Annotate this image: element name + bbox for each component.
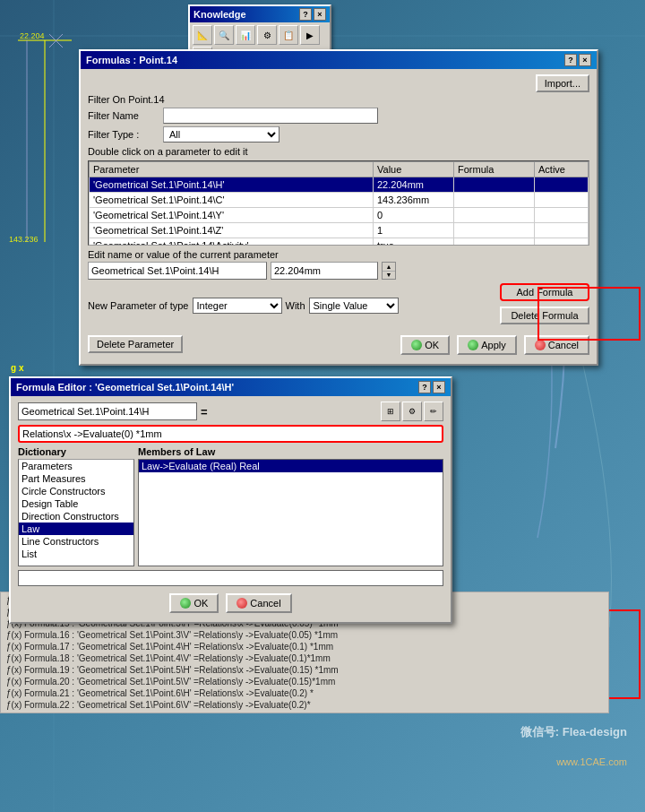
- fe-dict-item[interactable]: Line Constructors: [19, 535, 133, 548]
- formula-editor-dialog: Formula Editor : 'Geometrical Set.1\Poin…: [9, 376, 452, 624]
- new-param-type-select[interactable]: Integer Real String: [193, 298, 282, 314]
- formula-editor-title: Formula Editor : 'Geometrical Set.1\Poin…: [11, 378, 451, 396]
- cancel-label: Cancel: [548, 340, 579, 350]
- filter-type-row: Filter Type : All Real Integer: [88, 126, 589, 143]
- formulas-dialog-title: Formulas : Point.14 ? ×: [81, 51, 597, 69]
- fe-info-input[interactable]: [18, 570, 443, 586]
- formula-editor-title-text: Formula Editor : 'Geometrical Set.1\Poin…: [16, 382, 234, 393]
- table-row[interactable]: 'Geometrical Set.1\Point.14\C'143.236mm: [90, 193, 589, 208]
- fe-dict-item[interactable]: Parameters: [19, 460, 133, 472]
- ok-button[interactable]: OK: [400, 335, 450, 355]
- edit-param-row: ▲ ▼: [88, 262, 589, 280]
- fe-member-item[interactable]: Law->Evaluate (Real) Real: [139, 460, 443, 472]
- fe-equals-sign: =: [201, 405, 208, 419]
- formulas-close-btn[interactable]: ×: [579, 54, 591, 66]
- toolbar-btn-3[interactable]: 📊: [236, 25, 255, 45]
- list-item: ƒ(x) Formula.19 : 'Geometrical Set.1\Poi…: [4, 664, 605, 676]
- new-param-row: New Parameter of type Integer Real Strin…: [88, 298, 399, 314]
- list-item: ƒ(x) Formula.21 : 'Geometrical Set.1\Poi…: [4, 687, 605, 699]
- ok-label: OK: [425, 340, 439, 350]
- col-header-value: Value: [374, 162, 454, 177]
- fe-top-row: = ⊞ ⚙ ✏: [18, 402, 443, 421]
- list-item: ƒ(x) Formula.20 : 'Geometrical Set.1\Poi…: [4, 676, 605, 687]
- list-item: ƒ(x) Formula.16 : 'Geometrical Set.1\Poi…: [4, 629, 605, 641]
- toolbar-btn-2[interactable]: 🔍: [214, 25, 234, 45]
- formulas-dialog-body: Import... Filter On Point.14 Filter Name…: [81, 69, 597, 364]
- watermark-1: 微信号: Flea-design: [520, 724, 627, 740]
- fe-help-btn[interactable]: ?: [418, 381, 431, 393]
- fe-dict-label: Dictionary: [18, 446, 134, 457]
- formulas-dialog-title-text: Formulas : Point.14: [86, 55, 177, 65]
- toolbar-btn-1[interactable]: 📐: [193, 25, 212, 45]
- toolbar-title-text: Knowledge: [194, 9, 246, 20]
- dialog-bottom-buttons: OK Apply Cancel: [400, 330, 589, 358]
- watermark-2: www.1CAE.com: [556, 756, 627, 767]
- filter-name-input[interactable]: [163, 108, 378, 124]
- table-row[interactable]: 'Geometrical Set.1\Point.14\Activity'tru…: [90, 238, 589, 246]
- toolbar-title: Knowledge ? ×: [190, 6, 330, 22]
- fe-icon-buttons: ⊞ ⚙ ✏: [381, 402, 443, 421]
- fe-formula-input[interactable]: [18, 425, 443, 443]
- add-formula-button[interactable]: Add Formula: [500, 283, 589, 301]
- col-header-parameter: Parameter: [90, 162, 374, 177]
- filter-type-label: Filter Type :: [88, 129, 159, 140]
- toolbar-btn-6[interactable]: ▶: [300, 25, 320, 45]
- with-value-select[interactable]: Single Value Multiple Values: [309, 298, 399, 314]
- toolbar-close-btn[interactable]: ×: [314, 8, 326, 21]
- fe-close-btn[interactable]: ×: [433, 381, 445, 393]
- table-row[interactable]: 'Geometrical Set.1\Point.14\Y'0: [90, 208, 589, 223]
- fe-title-buttons: ? ×: [418, 381, 445, 393]
- fe-cancel-button[interactable]: Cancel: [226, 593, 291, 613]
- param-table-wrapper[interactable]: Parameter Value Formula Active 'Geometri…: [88, 160, 589, 246]
- fe-dict-item[interactable]: Design Table: [19, 497, 133, 510]
- fe-members-panel: Members of Law Law->Evaluate (Real) Real: [138, 446, 443, 566]
- col-header-formula: Formula: [454, 162, 535, 177]
- fe-dict-item[interactable]: Part Measures: [19, 472, 133, 485]
- import-button[interactable]: Import...: [536, 74, 589, 92]
- dialog-instruction: Double click on a parameter to edit it: [88, 146, 589, 157]
- ok-icon: [411, 340, 422, 350]
- toolbar-btn-4[interactable]: ⚙: [257, 25, 277, 45]
- spin-buttons[interactable]: ▲ ▼: [382, 262, 396, 280]
- formulas-dialog: Formulas : Point.14 ? × Import... Filter…: [79, 49, 598, 366]
- fe-dictionary-panel: Dictionary ParametersPart MeasuresCircle…: [18, 446, 134, 566]
- fe-dict-item[interactable]: Law: [19, 523, 133, 535]
- filter-on-label: Filter On Point.14: [88, 94, 165, 105]
- delete-formula-button[interactable]: Delete Formula: [500, 307, 589, 324]
- edit-param-value-input[interactable]: [271, 262, 378, 280]
- fe-dict-item[interactable]: List: [19, 548, 133, 560]
- fe-cancel-label: Cancel: [250, 598, 280, 609]
- list-item: ƒ(x) Formula.18 : 'Geometrical Set.1\Poi…: [4, 652, 605, 664]
- fe-dict-item[interactable]: Direction Constructors: [19, 510, 133, 523]
- table-row[interactable]: 'Geometrical Set.1\Point.14\Z'1: [90, 223, 589, 238]
- fe-ok-button[interactable]: OK: [169, 593, 219, 613]
- fe-icon-2[interactable]: ⚙: [402, 402, 422, 421]
- delete-param-button[interactable]: Delete Parameter: [88, 335, 183, 353]
- fe-icon-1[interactable]: ⊞: [381, 402, 400, 421]
- list-item: ƒ(x) Formula.17 : 'Geometrical Set.1\Poi…: [4, 641, 605, 652]
- filter-type-select[interactable]: All Real Integer: [163, 126, 280, 143]
- fe-dict-item[interactable]: Circle Constructors: [19, 485, 133, 497]
- edit-param-name-input[interactable]: [88, 262, 267, 280]
- dialog-title-buttons: ? ×: [564, 54, 591, 66]
- fe-ok-label: OK: [194, 598, 208, 609]
- toolbar-help-btn[interactable]: ?: [299, 8, 312, 21]
- fe-middle-section: Dictionary ParametersPart MeasuresCircle…: [18, 446, 443, 566]
- fe-cancel-icon: [236, 598, 247, 609]
- list-item: ƒ(x) Formula.22 : 'Geometrical Set.1\Poi…: [4, 699, 605, 711]
- filter-name-label: Filter Name: [88, 110, 159, 121]
- cancel-button[interactable]: Cancel: [524, 335, 589, 355]
- fe-members-label: Members of Law: [138, 446, 443, 457]
- fe-dict-list[interactable]: ParametersPart MeasuresCircle Constructo…: [18, 459, 134, 566]
- fe-icon-3[interactable]: ✏: [424, 402, 443, 421]
- toolbar-btn-5[interactable]: 📋: [279, 25, 298, 45]
- filter-name-row: Filter Name: [88, 108, 589, 124]
- apply-button[interactable]: Apply: [457, 335, 517, 355]
- with-label: With: [286, 300, 305, 311]
- fe-ok-icon: [180, 598, 191, 609]
- fe-param-name-input[interactable]: [18, 402, 197, 420]
- fe-members-list[interactable]: Law->Evaluate (Real) Real: [138, 459, 443, 566]
- formulas-help-btn[interactable]: ?: [564, 54, 577, 66]
- svg-text:143.236: 143.236: [9, 235, 39, 244]
- table-row[interactable]: 'Geometrical Set.1\Point.14\H'22.204mm: [90, 177, 589, 193]
